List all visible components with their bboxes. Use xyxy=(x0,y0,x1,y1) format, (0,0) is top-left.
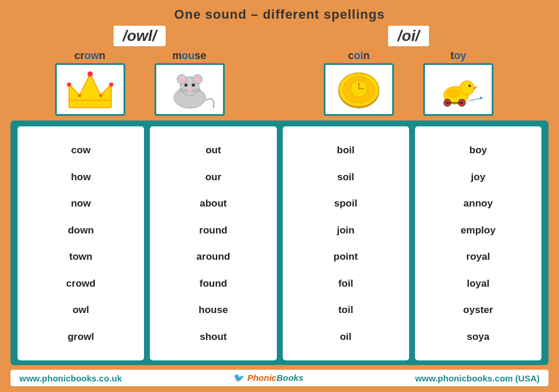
image-box-toy xyxy=(423,63,493,116)
svg-point-15 xyxy=(187,88,191,91)
image-box-mouse xyxy=(155,63,225,116)
svg-point-2 xyxy=(87,71,92,77)
example-word-crown: crown xyxy=(74,50,105,62)
word-item: round xyxy=(199,223,227,238)
word-item: spoil xyxy=(334,196,358,211)
svg-point-38 xyxy=(480,97,483,99)
word-item: growl xyxy=(67,329,94,345)
word-item: out xyxy=(205,143,221,158)
word-item: toil xyxy=(338,302,354,318)
main-title: One sound – different spellings xyxy=(174,7,385,22)
word-item: employ xyxy=(461,223,496,238)
sound-label-owl: /owl/ xyxy=(114,26,166,46)
word-item: now xyxy=(71,196,91,211)
svg-point-14 xyxy=(191,83,194,86)
word-item: soil xyxy=(337,170,354,185)
word-item: oil xyxy=(340,329,352,345)
word-item: join xyxy=(337,223,355,238)
word-column-2: out our about round around found house s… xyxy=(150,126,276,360)
svg-point-3 xyxy=(67,82,71,86)
svg-marker-0 xyxy=(69,74,111,103)
svg-rect-1 xyxy=(69,100,111,108)
word-item: owl xyxy=(73,302,89,318)
word-item: town xyxy=(69,249,92,264)
word-item: annoy xyxy=(464,196,493,211)
word-item: our xyxy=(205,170,221,185)
svg-point-12 xyxy=(195,77,200,82)
footer-brand: 🐦 PhonicBooks xyxy=(234,373,303,383)
word-item: around xyxy=(197,249,231,264)
example-word-coin: coin xyxy=(348,50,370,62)
word-item: how xyxy=(71,170,91,185)
svg-point-28 xyxy=(447,89,460,97)
footer: www.phonicbooks.co.uk 🐦 PhonicBooks www.… xyxy=(11,370,548,386)
svg-point-4 xyxy=(109,82,113,86)
sound-label-oi: /oi/ xyxy=(388,26,429,46)
svg-point-29 xyxy=(468,84,471,87)
svg-point-27 xyxy=(460,81,474,95)
word-item: point xyxy=(334,249,358,264)
image-box-coin xyxy=(324,63,394,116)
word-item: cow xyxy=(71,143,91,158)
word-item: shout xyxy=(200,329,227,345)
image-box-crown xyxy=(55,63,125,116)
word-item: down xyxy=(68,223,94,238)
svg-point-13 xyxy=(184,83,187,86)
word-item: about xyxy=(200,196,227,211)
example-word-mouse: mouse xyxy=(173,50,207,62)
word-column-3: boil soil spoil join point foil toil oil xyxy=(283,126,409,360)
example-word-toy: toy xyxy=(451,50,467,62)
word-item: boy xyxy=(469,143,487,158)
svg-point-6 xyxy=(99,94,102,97)
footer-left-link[interactable]: www.phonicbooks.co.uk xyxy=(19,373,122,383)
word-item: royal xyxy=(467,249,491,264)
word-column-1: cow how now down town crowd owl growl xyxy=(18,126,144,360)
word-item: foil xyxy=(338,276,354,291)
footer-brand-books: Books xyxy=(276,373,303,383)
svg-point-5 xyxy=(78,94,81,97)
word-item: loyal xyxy=(467,276,490,291)
footer-right-link[interactable]: www.phonicbooks.com (USA) xyxy=(415,373,540,383)
svg-point-11 xyxy=(179,77,184,82)
svg-point-30 xyxy=(470,84,471,85)
word-item: crowd xyxy=(66,276,95,291)
word-item: found xyxy=(200,276,227,291)
word-item: boil xyxy=(337,143,355,158)
word-item: house xyxy=(198,302,228,318)
svg-line-37 xyxy=(469,98,481,101)
word-item: joy xyxy=(471,170,486,185)
word-item: oyster xyxy=(463,302,493,318)
word-item: soya xyxy=(467,329,490,345)
footer-brand-phonic: Phonic xyxy=(247,373,276,383)
main-panel: cow how now down town crowd owl growl ou… xyxy=(11,121,548,365)
word-column-4: boy joy annoy employ royal loyal oyster … xyxy=(415,126,541,360)
